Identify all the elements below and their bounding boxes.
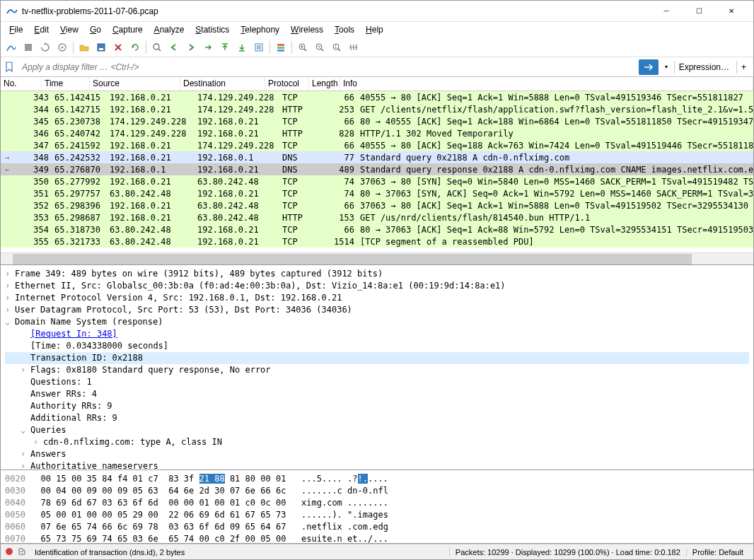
menu-tools[interactable]: Tools — [329, 23, 360, 36]
capture-file-icon[interactable] — [18, 547, 28, 557]
menu-statistics[interactable]: Statistics — [190, 23, 235, 36]
zoom-out-icon[interactable] — [312, 40, 327, 55]
toolbar: 1 — [1, 37, 753, 57]
next-icon[interactable] — [183, 40, 199, 55]
tree-questions[interactable]: Questions: 1 — [5, 376, 749, 388]
tree-time[interactable]: [Time: 0.034338000 seconds] — [5, 340, 749, 352]
status-field-info: Identification of transaction (dns.id), … — [30, 548, 449, 556]
tree-add-rrs[interactable]: Additional RRs: 9 — [5, 412, 749, 424]
col-protocol[interactable]: Protocol — [265, 77, 309, 91]
col-destination[interactable]: Destination — [180, 77, 265, 91]
menu-telephony[interactable]: Telephony — [235, 23, 285, 36]
svg-text:1: 1 — [335, 45, 337, 49]
zoom-in-icon[interactable] — [295, 40, 311, 55]
packet-row[interactable]: 34665.240742174.129.249.228192.168.0.21H… — [1, 127, 753, 139]
autoscroll-icon[interactable] — [251, 40, 267, 55]
svg-line-16 — [321, 49, 323, 51]
tree-auth-ns[interactable]: ›Authoritative nameservers — [5, 460, 749, 470]
packet-row[interactable]: 35065.277992192.168.0.2163.80.242.48TCP7… — [1, 175, 753, 187]
menu-help[interactable]: Help — [360, 23, 389, 36]
packet-row[interactable]: 35365.298687192.168.0.2163.80.242.48HTTP… — [1, 211, 753, 223]
menu-go[interactable]: Go — [84, 23, 107, 36]
menu-wireless[interactable]: Wireless — [285, 23, 329, 36]
goto-icon[interactable] — [200, 40, 216, 55]
add-filter-button[interactable]: + — [736, 61, 750, 74]
packet-list-body[interactable]: 34365.142415192.168.0.21174.129.249.228T… — [1, 91, 753, 252]
tree-request-in[interactable]: [Request In: 348] — [5, 328, 749, 340]
packet-row[interactable]: 35565.32173363.80.242.48192.168.0.21TCP1… — [1, 235, 753, 247]
tree-queries[interactable]: ⌄Queries — [5, 424, 749, 436]
h-scrollbar[interactable] — [1, 252, 753, 264]
packet-row[interactable]: 34565.230738174.129.249.228192.168.0.21T… — [1, 115, 753, 127]
first-icon[interactable] — [217, 40, 233, 55]
close-file-icon[interactable] — [110, 40, 126, 55]
col-info[interactable]: Info — [340, 77, 753, 91]
svg-line-18 — [338, 49, 340, 51]
tree-frame[interactable]: ›Frame 349: 489 bytes on wire (3912 bits… — [5, 268, 749, 280]
tree-query1[interactable]: ›cdn-0.nflximg.com: type A, class IN — [5, 436, 749, 448]
packet-row[interactable]: ←34965.276870192.168.0.1192.168.0.21DNS4… — [1, 163, 753, 175]
filter-dropdown-icon[interactable]: ▾ — [661, 59, 671, 75]
stop-icon[interactable] — [21, 40, 36, 55]
packet-row[interactable]: 34765.241592192.168.0.21174.129.249.228T… — [1, 139, 753, 151]
open-icon[interactable] — [76, 40, 92, 55]
colorize-icon[interactable] — [273, 40, 289, 55]
close-button[interactable]: ✕ — [715, 1, 748, 22]
titlebar: tv-netflix-problems-2011-07-06.pcap ─ ☐ … — [1, 1, 753, 22]
svg-line-6 — [158, 49, 161, 51]
maximize-button[interactable]: ☐ — [683, 1, 715, 22]
options-icon[interactable] — [54, 40, 70, 55]
zoom-reset-icon[interactable]: 1 — [329, 40, 344, 55]
bookmark-icon[interactable] — [4, 59, 15, 75]
app-icon — [6, 6, 18, 17]
menu-analyze[interactable]: Analyze — [149, 23, 190, 36]
tree-answer-rrs[interactable]: Answer RRs: 4 — [5, 388, 749, 400]
menu-file[interactable]: File — [4, 23, 28, 36]
status-profile[interactable]: Profile: Default — [686, 548, 749, 556]
tree-flags[interactable]: ›Flags: 0x8180 Standard query response, … — [5, 364, 749, 376]
expression-button[interactable]: Expression… — [674, 61, 733, 74]
svg-rect-0 — [25, 44, 32, 51]
resize-cols-icon[interactable] — [346, 40, 361, 55]
packet-list-header: No. Time Source Destination Protocol Len… — [1, 77, 753, 91]
tree-eth[interactable]: ›Ethernet II, Src: Globalsc_00:3b:0a (f0… — [5, 280, 749, 292]
reload-icon[interactable] — [127, 40, 143, 55]
col-time[interactable]: Time — [42, 77, 90, 91]
find-icon[interactable] — [149, 40, 165, 55]
expert-info-icon[interactable] — [5, 547, 15, 557]
display-filter-input[interactable] — [18, 60, 636, 74]
shark-fin-icon[interactable] — [4, 40, 19, 55]
last-icon[interactable] — [234, 40, 250, 55]
prev-icon[interactable] — [166, 40, 182, 55]
menubar: File Edit View Go Capture Analyze Statis… — [1, 22, 753, 37]
col-no[interactable]: No. — [1, 77, 42, 91]
svg-rect-10 — [277, 44, 284, 46]
restart-icon[interactable] — [37, 40, 53, 55]
packet-row[interactable]: →34865.242532192.168.0.21192.168.0.1DNS7… — [1, 151, 753, 163]
tree-udp[interactable]: ›User Datagram Protocol, Src Port: 53 (5… — [5, 304, 749, 316]
hex-view-pane[interactable]: 0020 00 15 00 35 84 f4 01 c7 83 3f 21 88… — [1, 470, 753, 544]
packet-list-pane: No. Time Source Destination Protocol Len… — [1, 77, 753, 265]
packet-row[interactable]: 35465.31873063.80.242.48192.168.0.21TCP6… — [1, 223, 753, 235]
tree-answers[interactable]: ›Answers — [5, 448, 749, 460]
col-length[interactable]: Length — [309, 77, 340, 91]
menu-capture[interactable]: Capture — [107, 23, 149, 36]
svg-rect-11 — [277, 47, 284, 49]
col-source[interactable]: Source — [90, 77, 180, 91]
svg-point-2 — [62, 46, 64, 48]
save-icon[interactable] — [93, 40, 109, 55]
packet-row[interactable]: 35265.298396192.168.0.2163.80.242.48TCP6… — [1, 199, 753, 211]
menu-edit[interactable]: Edit — [28, 23, 54, 36]
packet-row[interactable]: 34365.142415192.168.0.21174.129.249.228T… — [1, 91, 753, 103]
tree-auth-rrs[interactable]: Authority RRs: 9 — [5, 400, 749, 412]
tree-trans-id[interactable]: Transaction ID: 0x2188 — [5, 352, 749, 364]
svg-rect-4 — [99, 48, 103, 50]
packet-row[interactable]: 35165.29775763.80.242.48192.168.0.21TCP7… — [1, 187, 753, 199]
menu-view[interactable]: View — [54, 23, 84, 36]
apply-filter-button[interactable] — [639, 59, 659, 75]
packet-row[interactable]: 34465.142715192.168.0.21174.129.249.228H… — [1, 103, 753, 115]
tree-dns[interactable]: ⌄Domain Name System (response) — [5, 316, 749, 328]
tree-ip[interactable]: ›Internet Protocol Version 4, Src: 192.1… — [5, 292, 749, 304]
minimize-button[interactable]: ─ — [650, 1, 683, 22]
packet-details-pane[interactable]: ›Frame 349: 489 bytes on wire (3912 bits… — [1, 265, 753, 470]
